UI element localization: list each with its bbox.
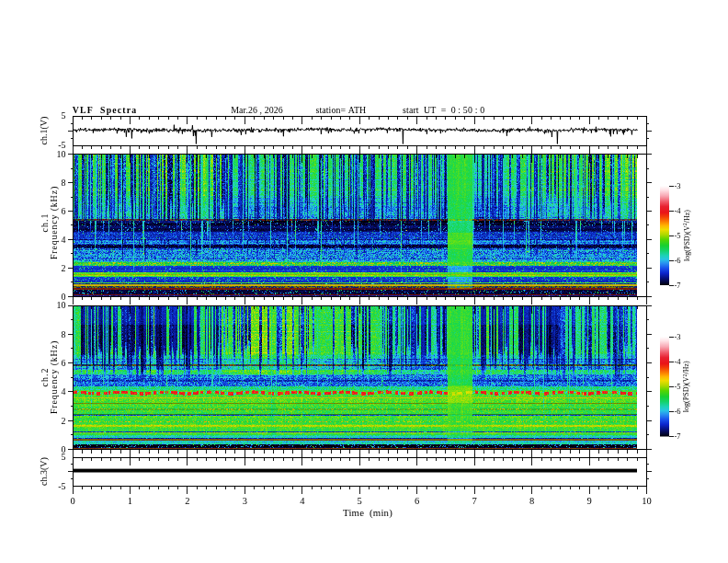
- svg-text:station= ATH: station= ATH: [316, 105, 367, 115]
- svg-text:0: 0: [62, 444, 66, 454]
- svg-text:Mar.26 , 2026: Mar.26 , 2026: [231, 105, 283, 115]
- svg-text:Frequency (kHz): Frequency (kHz): [49, 340, 60, 414]
- svg-text:-3: -3: [675, 181, 681, 190]
- svg-text:ch.1(V): ch.1(V): [39, 117, 50, 145]
- svg-text:10: 10: [642, 496, 652, 506]
- svg-text:2: 2: [62, 263, 66, 273]
- svg-text:-3: -3: [675, 332, 681, 341]
- svg-text:1: 1: [128, 496, 132, 506]
- svg-text:7: 7: [472, 496, 477, 506]
- svg-text:8: 8: [62, 178, 66, 188]
- svg-text:4: 4: [62, 386, 66, 396]
- svg-text:0: 0: [70, 496, 74, 506]
- svg-text:3: 3: [243, 496, 247, 506]
- svg-text:6: 6: [415, 496, 419, 506]
- svg-text:6: 6: [62, 358, 66, 368]
- svg-text:5: 5: [62, 110, 66, 121]
- svg-text:-6: -6: [675, 407, 681, 416]
- svg-text:8: 8: [62, 329, 66, 339]
- svg-text:6: 6: [62, 206, 66, 216]
- svg-text:8: 8: [529, 496, 534, 506]
- svg-text:log(PSD)(V2/Hz): log(PSD)(V2/Hz): [682, 210, 691, 261]
- svg-text:Time (min): Time (min): [343, 507, 392, 519]
- svg-text:10: 10: [57, 300, 66, 310]
- svg-text:10: 10: [57, 149, 66, 159]
- svg-text:log(PSD)(V2/Hz): log(PSD)(V2/Hz): [682, 361, 691, 412]
- svg-text:4: 4: [62, 235, 66, 245]
- svg-text:9: 9: [586, 496, 591, 506]
- svg-text:Frequency (kHz): Frequency (kHz): [49, 186, 60, 259]
- svg-text:4: 4: [300, 496, 305, 506]
- svg-text:VLF Spectra: VLF Spectra: [73, 105, 137, 115]
- svg-text:start UT = 0 : 50 : 0: start UT = 0 : 50 : 0: [403, 105, 484, 115]
- svg-text:-4: -4: [675, 206, 682, 215]
- svg-text:-4: -4: [675, 357, 682, 366]
- svg-text:-5: -5: [58, 481, 65, 491]
- svg-text:-5: -5: [675, 231, 681, 240]
- svg-text:-5: -5: [675, 382, 681, 391]
- svg-text:-7: -7: [675, 281, 681, 290]
- svg-text:ch.3(V): ch.3(V): [39, 457, 50, 486]
- svg-text:2: 2: [185, 496, 189, 506]
- svg-text:2: 2: [62, 416, 66, 426]
- svg-text:5: 5: [358, 496, 362, 506]
- svg-text:-6: -6: [675, 256, 681, 265]
- svg-text:-7: -7: [675, 431, 681, 441]
